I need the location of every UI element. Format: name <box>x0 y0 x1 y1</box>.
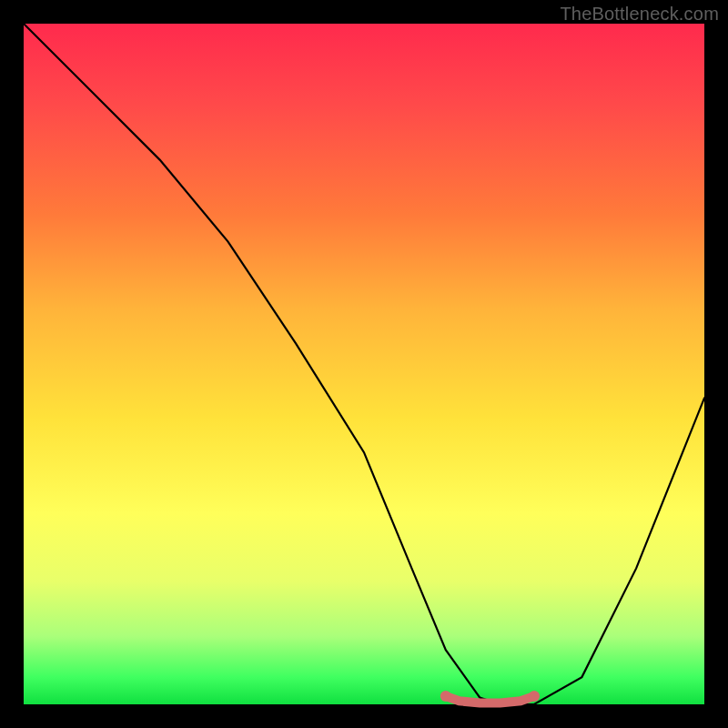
trough-end-dot <box>529 691 540 702</box>
plot-area <box>24 24 704 704</box>
trough-highlight <box>446 696 534 703</box>
watermark-text: TheBottleneck.com <box>560 4 719 25</box>
curve-layer <box>24 24 704 704</box>
chart-frame: TheBottleneck.com <box>0 0 728 728</box>
trough-end-dot <box>440 691 451 702</box>
main-curve <box>24 24 704 704</box>
